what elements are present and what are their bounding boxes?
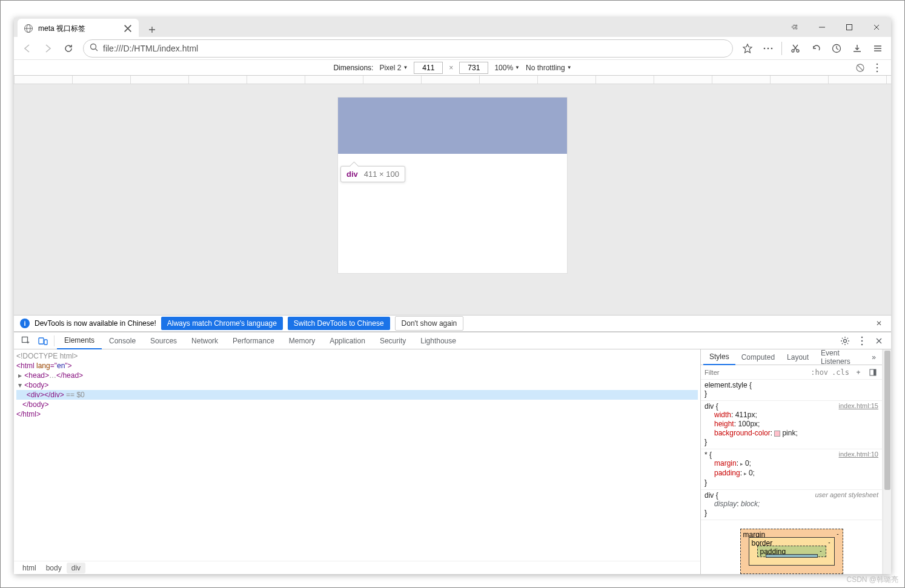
css-rules[interactable]: element.style { } index.html:15 div { wi… [701, 380, 882, 574]
svg-point-7 [764, 47, 766, 49]
kebab-icon[interactable] [872, 62, 883, 73]
os-titlebar: meta 视口标签 [14, 18, 891, 37]
browser-tab[interactable]: meta 视口标签 [18, 19, 139, 38]
device-toolbar: Dimensions: Pixel 2▼ × 100%▼ No throttli… [14, 60, 891, 76]
ruler [14, 76, 891, 84]
forward-button[interactable] [38, 39, 58, 58]
info-icon: i [20, 319, 30, 328]
ua-label: user agent stylesheet [815, 491, 878, 498]
svg-point-9 [771, 47, 773, 49]
back-button[interactable] [18, 39, 37, 58]
dom-tree[interactable]: <!DOCTYPE html> <html lang="en"> ▸<head>… [14, 349, 700, 561]
svg-point-23 [861, 340, 863, 342]
styles-tabbar: Styles Computed Layout Event Listeners » [701, 349, 882, 365]
favorite-button[interactable] [738, 39, 757, 58]
zoom-select[interactable]: 100%▼ [494, 64, 520, 72]
add-rule-icon[interactable]: + [853, 367, 864, 378]
svg-point-15 [877, 63, 878, 65]
dont-show-button[interactable]: Don't show again [395, 316, 464, 331]
cls-toggle[interactable]: .cls [832, 368, 849, 377]
locale-banner: i DevTools is now available in Chinese! … [14, 315, 891, 332]
svg-point-24 [861, 343, 863, 345]
reload-button[interactable] [59, 39, 78, 58]
tab-application[interactable]: Application [322, 332, 373, 349]
more-button[interactable] [758, 39, 778, 58]
svg-point-21 [844, 339, 847, 342]
tab-layout[interactable]: Layout [781, 349, 815, 365]
svg-point-17 [877, 70, 878, 72]
address-bar: file:///D:/HTML/index.html [14, 37, 891, 60]
tab-performance[interactable]: Performance [225, 332, 282, 349]
tab-event-listeners[interactable]: Event Listeners [815, 349, 868, 365]
url-input[interactable]: file:///D:/HTML/index.html [83, 39, 733, 58]
close-window-button[interactable] [863, 18, 890, 36]
kebab-icon[interactable] [854, 332, 870, 349]
globe-icon [24, 24, 33, 33]
tooltip-dims: 411 × 100 [364, 170, 399, 179]
scrollbar[interactable] [883, 349, 891, 574]
tab-console[interactable]: Console [102, 332, 143, 349]
source-link[interactable]: index.html:10 [839, 451, 878, 458]
svg-rect-18 [22, 337, 28, 342]
new-tab-button[interactable] [144, 21, 161, 38]
svg-point-11 [797, 50, 799, 52]
toggle-panel-icon[interactable] [867, 367, 878, 378]
throttling-select[interactable]: No throttling▼ [526, 64, 572, 72]
source-link[interactable]: index.html:15 [839, 402, 878, 409]
cut-icon[interactable] [786, 39, 805, 58]
banner-close-icon[interactable]: ✕ [873, 319, 885, 328]
match-language-button[interactable]: Always match Chrome's language [161, 317, 283, 330]
more-tabs-icon[interactable]: » [868, 353, 880, 362]
inspect-tooltip: div 411 × 100 [340, 166, 405, 182]
separator [781, 42, 782, 55]
times-label: × [449, 64, 453, 72]
crumb-div[interactable]: div [67, 563, 85, 573]
width-input[interactable] [414, 62, 443, 74]
filter-input[interactable] [704, 369, 807, 376]
svg-point-8 [767, 47, 769, 49]
device-frame[interactable]: div 411 × 100 [338, 97, 567, 273]
dom-pane: <!DOCTYPE html> <html lang="en"> ▸<head>… [14, 349, 701, 574]
svg-rect-20 [44, 340, 47, 345]
tab-computed[interactable]: Computed [735, 349, 781, 365]
svg-rect-26 [874, 369, 876, 375]
svg-point-5 [91, 44, 96, 50]
tab-memory[interactable]: Memory [282, 332, 322, 349]
gear-icon[interactable] [837, 332, 854, 349]
hov-toggle[interactable]: :hov [811, 368, 828, 377]
breadcrumb[interactable]: html body div [14, 561, 700, 574]
crumb-html[interactable]: html [18, 563, 41, 573]
clock-icon[interactable] [827, 39, 846, 58]
close-devtools-icon[interactable] [870, 332, 887, 349]
close-icon[interactable] [123, 24, 133, 33]
tab-sources[interactable]: Sources [143, 332, 184, 349]
box-model[interactable]: margin- border- padding- [701, 520, 882, 574]
devtools-tabbar: Elements Console Sources Network Perform… [14, 332, 891, 349]
rotate-icon[interactable] [855, 62, 866, 73]
maximize-button[interactable] [835, 18, 863, 36]
color-swatch[interactable] [774, 431, 780, 437]
undo-icon[interactable] [806, 39, 826, 58]
tab-elements[interactable]: Elements [57, 332, 102, 349]
tab-security[interactable]: Security [373, 332, 413, 349]
extensions-icon[interactable] [781, 18, 808, 36]
download-icon[interactable] [847, 39, 867, 58]
svg-rect-4 [846, 25, 852, 30]
inspect-icon[interactable] [18, 332, 35, 349]
banner-msg: DevTools is now available in Chinese! [35, 319, 156, 328]
tab-styles[interactable]: Styles [703, 349, 735, 365]
tab-network[interactable]: Network [184, 332, 225, 349]
crumb-body[interactable]: body [41, 563, 67, 573]
inspected-element[interactable] [338, 97, 567, 154]
device-select[interactable]: Pixel 2▼ [379, 64, 408, 72]
tab-lighthouse[interactable]: Lighthouse [413, 332, 463, 349]
hamburger-icon[interactable] [868, 39, 887, 58]
svg-rect-19 [39, 338, 44, 344]
svg-line-6 [96, 49, 98, 51]
dimensions-label: Dimensions: [333, 64, 373, 72]
svg-point-16 [877, 67, 878, 68]
device-toggle-icon[interactable] [35, 332, 51, 349]
switch-language-button[interactable]: Switch DevTools to Chinese [288, 317, 390, 330]
height-input[interactable] [459, 62, 488, 74]
minimize-button[interactable] [808, 18, 835, 36]
